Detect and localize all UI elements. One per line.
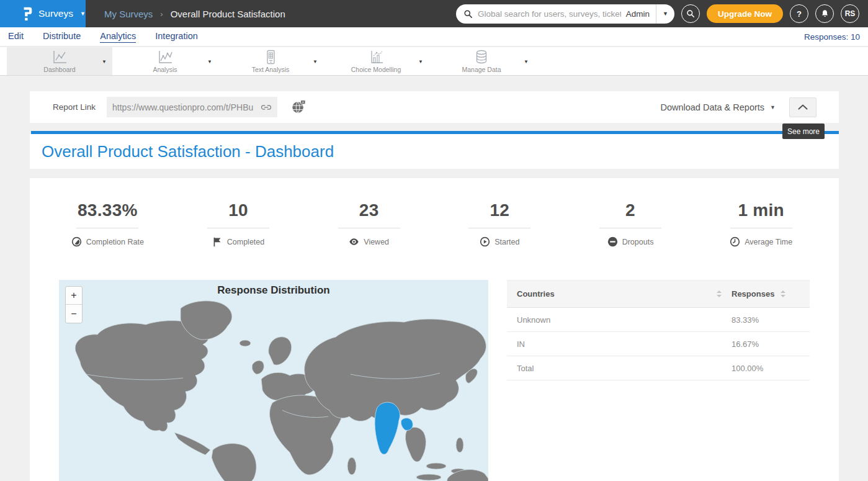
stat-completed: 10 Completed [173,200,304,247]
stat-label: Completed [227,238,264,246]
toolbar-item-analysis[interactable]: Analysis ▼ [112,47,218,75]
analytics-toolbar: Dashboard ▼ Analysis ▼ Text [0,47,868,76]
divider [76,228,138,228]
response-distribution-map[interactable]: Response Distribution + − [59,280,488,481]
avatar-initials: RS [845,9,856,18]
tab-edit[interactable]: Edit [8,31,24,42]
column-header-countries[interactable]: Countries [517,289,732,299]
toolbar-item-text-analysis[interactable]: Text Analysis ▼ [218,47,323,75]
survey-nav: Edit Distribute Analytics Integration Re… [0,27,868,47]
questionpro-logo-icon [22,6,33,21]
accent-divider-bar [31,131,839,134]
divider [338,228,400,228]
search-icon [686,9,695,18]
toolbar-item-label: Choice Modelling [351,66,401,73]
report-bar-actions: Download Data & Reports ▼ [660,97,817,117]
sort-icon [717,290,722,297]
toolbar-item-manage-data[interactable]: Manage Data ▼ [429,47,534,75]
page-title: Overall Product Satisfaction - Dashboard [42,142,334,161]
stat-label: Viewed [364,238,389,246]
chevron-down-icon[interactable]: ▼ [418,58,423,64]
responses-cell: 100.00% [732,364,800,373]
column-header-responses[interactable]: Responses [732,289,800,299]
global-search-input[interactable] [473,9,626,19]
toolbar-item-label: Manage Data [462,66,501,73]
world-map[interactable] [59,280,488,481]
report-link-label: Report Link [53,102,96,112]
responses-count: Responses: 10 [804,32,860,42]
clock-icon [730,236,740,247]
stat-completion-rate: 83.33% Completion Rate [42,200,173,247]
public-dashboard-button[interactable] [290,99,306,115]
breadcrumb-separator-icon: › [160,9,163,19]
country-cell: Unknown [517,315,732,325]
table-header-row: Countries Responses [507,280,810,308]
search-icon [463,9,473,19]
divider [207,228,269,228]
product-switcher[interactable]: Surveys ▼ [0,0,86,27]
question-mark-icon: ? [797,9,802,19]
chevron-down-icon[interactable]: ▼ [313,58,318,64]
download-data-reports-label: Download Data & Reports [660,102,764,112]
chevron-up-icon [798,104,808,110]
responses-cell: 16.67% [732,339,800,349]
country-cell: IN [517,339,732,349]
chevron-down-icon[interactable]: ▼ [102,58,107,64]
chevron-down-icon: ▼ [770,104,776,110]
chevron-down-icon[interactable]: ▼ [524,58,529,64]
map-title: Response Distribution [59,284,488,297]
stat-label: Average Time [745,238,792,246]
breadcrumb-my-surveys[interactable]: My Surveys [104,9,153,19]
database-icon [473,50,490,65]
stat-value: 2 [565,200,696,220]
download-data-reports-dropdown[interactable]: Download Data & Reports ▼ [660,102,776,112]
see-more-toggle-button[interactable] [789,97,817,117]
bell-icon [820,9,830,19]
choice-modelling-icon [368,50,384,65]
divider [468,228,530,228]
stat-dropouts: 2 Dropouts [565,200,696,247]
toolbar-item-dashboard[interactable]: Dashboard ▼ [7,47,112,75]
minus-circle-icon [607,236,618,247]
divider [599,228,661,228]
notifications-button[interactable] [815,4,834,23]
search-scope-dropdown[interactable]: ▼ [656,4,674,24]
header-actions: Admin ▼ Upgrade Now ? RS [456,4,868,24]
upgrade-now-button[interactable]: Upgrade Now [707,4,783,23]
stat-value: 12 [434,200,565,220]
chevron-down-icon[interactable]: ▼ [207,58,212,64]
stat-viewed: 23 Viewed [303,200,434,247]
chevron-down-icon: ▼ [80,11,86,17]
report-url-field[interactable]: https://www.questionpro.com/t/PHBu [107,97,277,117]
toolbar-item-label: Text Analysis [252,66,290,73]
play-circle-icon [480,236,490,247]
product-name: Surveys [38,8,73,19]
toolbar-item-choice-modelling[interactable]: Choice Modelling ▼ [323,47,429,75]
map-zoom-controls: + − [66,287,82,323]
search-button[interactable] [681,4,700,23]
analysis-chart-icon [157,50,173,65]
stat-label: Dropouts [622,238,654,246]
map-zoom-in-button[interactable]: + [66,287,82,305]
tab-analytics[interactable]: Analytics [100,31,136,43]
tab-integration[interactable]: Integration [155,31,198,42]
top-bar: Surveys ▼ My Surveys › Overall Product S… [0,0,868,27]
flag-icon [212,236,223,247]
eye-icon [349,236,359,247]
responses-cell: 83.33% [732,315,800,325]
search-scope-label: Admin [626,9,656,19]
tab-distribute[interactable]: Distribute [43,31,81,42]
country-cell: Total [517,364,732,373]
sort-icon [781,290,785,297]
stat-label: Completion Rate [86,238,144,246]
user-avatar[interactable]: RS [841,4,859,23]
toolbar-item-label: Analysis [153,66,177,73]
chevron-down-icon: ▼ [663,11,668,17]
toolbar-item-label: Dashboard [43,66,75,73]
map-zoom-out-button[interactable]: − [66,305,82,323]
global-search: Admin ▼ [456,4,674,24]
stat-value: 23 [303,200,434,220]
help-button[interactable]: ? [790,4,808,23]
stat-value: 1 min [696,200,826,220]
see-more-tooltip: See more [782,124,825,139]
